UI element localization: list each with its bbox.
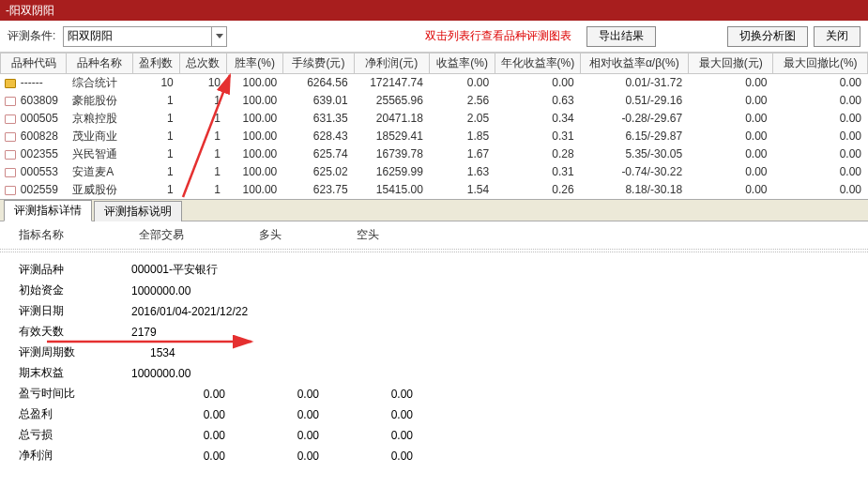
col-header[interactable]: 相对收益率α/β(%) [580, 53, 689, 74]
loss-label: 总亏损 [19, 427, 131, 443]
condition-input[interactable] [64, 30, 211, 43]
table-row[interactable]: 002355兴民智通11100.00625.7416739.781.670.28… [1, 145, 868, 163]
detail-rows: 评测品种000001-平安银行 初始资金1000000.00 评测日期2016/… [0, 254, 868, 466]
ratio-label: 盈亏时间比 [19, 386, 131, 402]
table-row[interactable]: 600828茂业商业11100.00628.4318529.411.850.31… [1, 128, 868, 145]
product-value: 000001-平安银行 [131, 262, 244, 278]
table-row[interactable]: 000505京粮控股11100.00631.3520471.182.050.34… [1, 110, 868, 128]
col-header[interactable]: 品种名称 [67, 53, 132, 74]
col-header[interactable]: 总次数 [179, 53, 226, 74]
col-header[interactable]: 净利润(元) [354, 53, 429, 74]
col-header[interactable]: 胜率(%) [227, 53, 283, 74]
endcap-label: 期末权益 [19, 365, 131, 381]
days-value: 2179 [131, 326, 244, 339]
col-header[interactable]: 最大回撤(元) [689, 53, 773, 74]
product-label: 评测品种 [19, 262, 131, 278]
hint-text: 双击列表行查看品种评测图表 [425, 28, 571, 44]
date-label: 评测日期 [19, 303, 131, 319]
toolbar: 评测条件: 双击列表行查看品种评测图表 导出结果 切换分析图 关闭 [0, 21, 868, 53]
row-icon [5, 168, 16, 177]
row-icon [5, 186, 16, 195]
table-row[interactable]: 002559亚威股份11100.00623.7515415.001.540.26… [1, 181, 868, 199]
dh-long: 多头 [259, 227, 282, 243]
col-header[interactable]: 收益率(%) [429, 53, 495, 74]
net-label: 净利润 [19, 448, 131, 464]
table-row[interactable]: 000553安道麦A11100.00625.0216259.991.630.31… [1, 163, 868, 181]
periods-value: 1534 [131, 346, 244, 359]
initcap-label: 初始资金 [19, 282, 131, 298]
results-table: 品种代码品种名称盈利数总次数胜率(%)手续费(元)净利润(元)收益率(%)年化收… [0, 53, 868, 199]
table-row[interactable]: 603809豪能股份11100.00639.0125565.962.560.63… [1, 92, 868, 110]
date-value: 2016/01/04-2021/12/22 [131, 305, 319, 318]
detail-header: 指标名称 全部交易 多头 空头 [0, 221, 868, 250]
row-icon [5, 79, 16, 88]
dh-all: 全部交易 [139, 227, 184, 243]
dh-short: 空头 [357, 227, 379, 243]
tab-desc[interactable]: 评测指标说明 [94, 201, 182, 221]
initcap-value: 1000000.00 [131, 284, 244, 297]
detail-tabs: 评测指标详情 评测指标说明 [0, 199, 868, 221]
col-header[interactable]: 品种代码 [1, 53, 67, 74]
row-icon [5, 97, 16, 106]
export-button[interactable]: 导出结果 [586, 26, 656, 47]
tab-detail[interactable]: 评测指标详情 [4, 200, 92, 221]
col-header[interactable]: 年化收益率(%) [495, 53, 580, 74]
chevron-down-icon[interactable] [211, 27, 226, 46]
row-icon [5, 132, 16, 142]
gross-label: 总盈利 [19, 406, 131, 422]
table-row[interactable]: ------综合统计1010100.006264.56172147.740.00… [1, 74, 868, 92]
window-titlebar: -阳双阴阳 [0, 0, 868, 21]
row-icon [5, 114, 16, 124]
col-header[interactable]: 最大回撤比(%) [773, 53, 868, 74]
condition-label: 评测条件: [8, 28, 55, 44]
days-label: 有效天数 [19, 324, 131, 340]
periods-label: 评测周期数 [19, 344, 131, 360]
col-header[interactable]: 盈利数 [132, 53, 179, 74]
condition-combo[interactable] [63, 26, 227, 47]
switch-chart-button[interactable]: 切换分析图 [727, 26, 808, 47]
endcap-value: 1000000.00 [131, 367, 244, 380]
row-icon [5, 150, 16, 160]
window-title: -阳双阴阳 [6, 4, 54, 17]
col-header[interactable]: 手续费(元) [283, 53, 354, 74]
dh-name: 指标名称 [19, 227, 64, 243]
close-button[interactable]: 关闭 [814, 26, 860, 47]
